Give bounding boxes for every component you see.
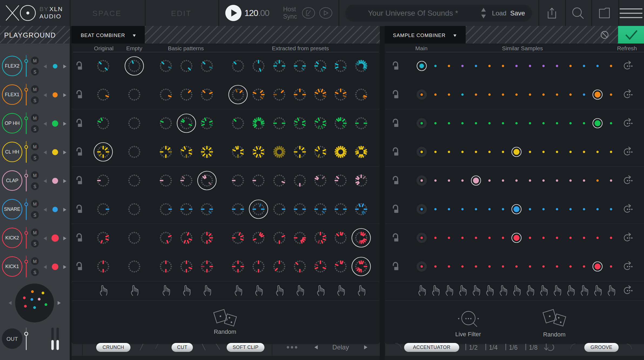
svg-text:S: S — [33, 270, 36, 275]
svg-text:M: M — [33, 87, 36, 92]
svg-text:M: M — [33, 259, 36, 264]
svg-text:M: M — [33, 202, 36, 206]
svg-text:M: M — [33, 59, 36, 63]
svg-text:OUT: OUT — [6, 336, 18, 342]
svg-text:S: S — [33, 184, 36, 189]
svg-text:S: S — [33, 70, 36, 74]
svg-text:S: S — [33, 98, 36, 103]
svg-text:M: M — [33, 145, 36, 149]
svg-text:S: S — [33, 127, 36, 132]
svg-text:M: M — [33, 116, 36, 121]
svg-text:S: S — [33, 213, 36, 218]
svg-text:S: S — [33, 156, 36, 160]
svg-text:M: M — [33, 173, 36, 178]
svg-text:M: M — [33, 231, 36, 235]
svg-text:S: S — [33, 242, 36, 246]
